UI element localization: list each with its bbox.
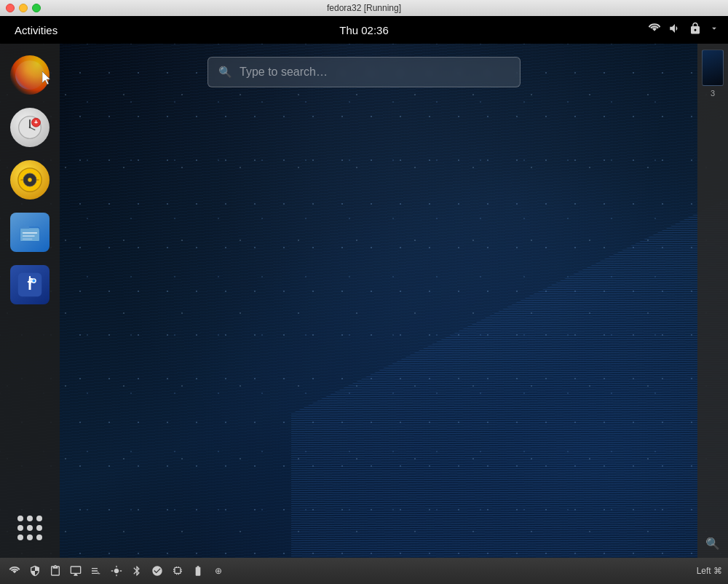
dock-item-files[interactable] bbox=[9, 211, 51, 253]
system-menu-icon[interactable] bbox=[689, 22, 702, 38]
window-title: fedora32 [Running] bbox=[327, 3, 401, 13]
topbar-datetime[interactable]: Thu 02:36 bbox=[339, 24, 389, 36]
taskbar-icons: ⊕ bbox=[6, 562, 227, 580]
taskbar-cpu-icon[interactable] bbox=[169, 562, 186, 580]
dock-item-clocks[interactable] bbox=[9, 106, 51, 149]
app-grid-icon bbox=[10, 508, 50, 548]
svg-rect-15 bbox=[23, 232, 37, 234]
dock: f bbox=[0, 44, 60, 558]
workspace-panel: 3 🔍 bbox=[697, 44, 728, 558]
taskbar-display-icon[interactable] bbox=[67, 562, 84, 580]
taskbar-vpn-icon[interactable] bbox=[26, 562, 44, 580]
activities-button[interactable]: Activities bbox=[9, 21, 63, 39]
minimize-button[interactable] bbox=[19, 4, 28, 12]
svg-rect-17 bbox=[23, 239, 33, 240]
topbar-right bbox=[648, 22, 719, 38]
dock-item-firefox[interactable] bbox=[9, 54, 51, 96]
taskbar-bluetooth-icon[interactable] bbox=[128, 562, 146, 580]
taskbar-right: Left ⌘ bbox=[697, 566, 722, 576]
grid-dot bbox=[36, 534, 42, 540]
grid-dot bbox=[36, 516, 42, 521]
fedora-icon: f bbox=[10, 265, 50, 304]
taskbar-notes-icon[interactable] bbox=[87, 562, 105, 580]
files-icon bbox=[10, 213, 50, 252]
grid-dot bbox=[27, 516, 33, 521]
grid-dot bbox=[27, 534, 33, 540]
taskbar-network-icon[interactable] bbox=[6, 562, 23, 580]
clocks-icon bbox=[10, 108, 50, 147]
window-controls[interactable] bbox=[6, 4, 41, 12]
search-bar: 🔍 bbox=[207, 57, 521, 87]
grid-dot bbox=[36, 525, 42, 531]
svg-point-9 bbox=[28, 178, 31, 181]
search-icon: 🔍 bbox=[218, 66, 232, 79]
dock-item-fedora[interactable]: f bbox=[9, 264, 51, 306]
search-input[interactable] bbox=[240, 66, 510, 79]
workspace-thumbnail[interactable] bbox=[702, 50, 724, 86]
taskbar-updates-icon[interactable] bbox=[149, 562, 166, 580]
rhythmbox-icon bbox=[10, 160, 50, 200]
taskbar: ⊕ Left ⌘ bbox=[0, 558, 728, 584]
grid-dot bbox=[17, 516, 23, 521]
grid-dot bbox=[27, 525, 33, 531]
topbar-left: Activities bbox=[9, 21, 63, 39]
svg-point-20 bbox=[32, 279, 36, 283]
workspace-search-icon[interactable]: 🔍 bbox=[705, 537, 720, 551]
taskbar-clipboard-icon[interactable] bbox=[47, 562, 64, 580]
svg-rect-16 bbox=[23, 235, 35, 237]
close-button[interactable] bbox=[6, 4, 15, 12]
window-titlebar: fedora32 [Running] bbox=[0, 0, 728, 16]
gnome-topbar: Activities Thu 02:36 bbox=[0, 16, 728, 44]
audio-icon[interactable] bbox=[668, 22, 681, 38]
grid-dot bbox=[17, 525, 23, 531]
grid-dots bbox=[17, 516, 42, 540]
grid-dot bbox=[17, 534, 23, 540]
maximize-button[interactable] bbox=[32, 4, 41, 12]
taskbar-redshift-icon[interactable] bbox=[108, 562, 125, 580]
desktop: 🔍 bbox=[0, 44, 728, 558]
dock-item-appgrid[interactable] bbox=[10, 508, 50, 548]
taskbar-battery-icon[interactable] bbox=[189, 562, 207, 580]
topbar-dropdown-icon[interactable] bbox=[709, 23, 719, 36]
workspace-number: 3 bbox=[711, 89, 715, 98]
keyboard-layout-label: Left ⌘ bbox=[697, 566, 722, 576]
firefox-flame bbox=[10, 55, 50, 95]
search-container: 🔍 bbox=[207, 57, 521, 87]
network-icon[interactable] bbox=[648, 22, 661, 38]
taskbar-extra-icon[interactable]: ⊕ bbox=[210, 562, 227, 580]
dock-item-rhythmbox[interactable] bbox=[9, 159, 51, 201]
